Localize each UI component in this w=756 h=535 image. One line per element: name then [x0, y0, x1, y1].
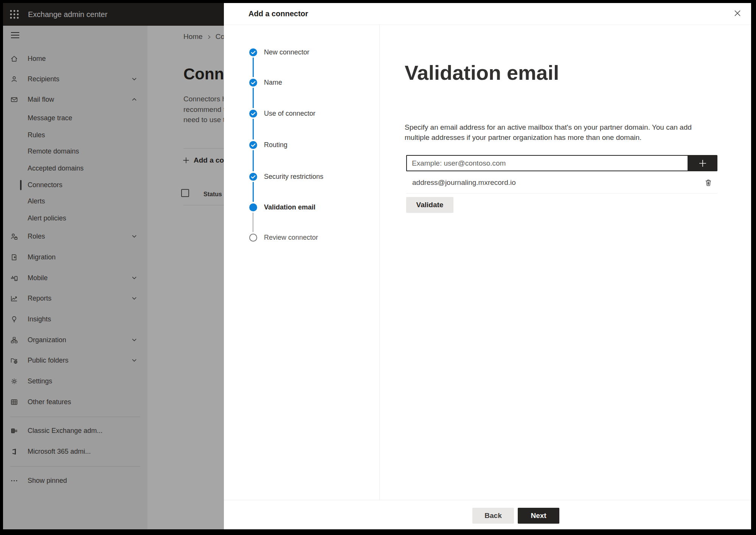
step-description: Specify an email address for an active m…	[405, 123, 703, 143]
screenshot-frame: Exchange admin center Home Recipients Ma…	[0, 0, 756, 535]
add-connector-panel: Add a connector New connector Name Use o…	[224, 3, 751, 529]
trash-icon	[704, 178, 713, 187]
email-address-row: address@journaling.mxrecord.io	[406, 172, 717, 194]
step-label: Name	[264, 79, 282, 87]
step-complete-icon	[249, 173, 257, 181]
step-current-icon	[249, 203, 257, 211]
email-input-row	[406, 155, 717, 171]
step-connector-line	[253, 88, 254, 108]
plus-icon	[698, 159, 707, 168]
step-connector-line	[253, 182, 254, 202]
step-routing[interactable]: Routing	[224, 137, 287, 152]
validation-email-input[interactable]	[406, 155, 688, 171]
step-connector-line	[253, 150, 254, 171]
footer-divider	[224, 500, 751, 500]
step-complete-icon	[249, 141, 257, 149]
step-use-of-connector[interactable]: Use of connector	[224, 106, 315, 121]
step-label: Security restrictions	[264, 173, 323, 181]
step-heading: Validation email	[405, 60, 559, 85]
step-connector-line	[253, 119, 254, 140]
step-complete-icon	[249, 48, 257, 56]
add-email-button[interactable]	[688, 155, 717, 171]
step-label: Validation email	[264, 203, 315, 211]
step-validation-email[interactable]: Validation email	[224, 200, 315, 215]
app-window: Exchange admin center Home Recipients Ma…	[3, 3, 751, 529]
panel-header-divider	[224, 25, 751, 25]
step-connector-line	[253, 212, 253, 232]
step-connector-line	[253, 57, 254, 77]
step-review-connector[interactable]: Review connector	[224, 230, 318, 245]
close-icon	[733, 9, 742, 18]
step-label: Routing	[264, 141, 287, 149]
next-button[interactable]: Next	[518, 508, 559, 524]
step-complete-icon	[249, 110, 257, 118]
step-label: New connector	[264, 48, 309, 56]
step-upcoming-icon	[249, 234, 257, 242]
panel-title: Add a connector	[248, 3, 308, 25]
email-address: address@journaling.mxrecord.io	[412, 178, 516, 187]
close-button[interactable]	[733, 9, 742, 18]
step-label: Use of connector	[264, 110, 315, 118]
step-security-restrictions[interactable]: Security restrictions	[224, 169, 323, 184]
stepper-divider	[379, 25, 380, 500]
validate-button[interactable]: Validate	[406, 197, 453, 213]
step-complete-icon	[249, 79, 257, 87]
step-label: Review connector	[264, 234, 318, 242]
back-button[interactable]: Back	[472, 508, 514, 524]
delete-address-button[interactable]	[704, 178, 713, 187]
step-new-connector[interactable]: New connector	[224, 45, 309, 60]
